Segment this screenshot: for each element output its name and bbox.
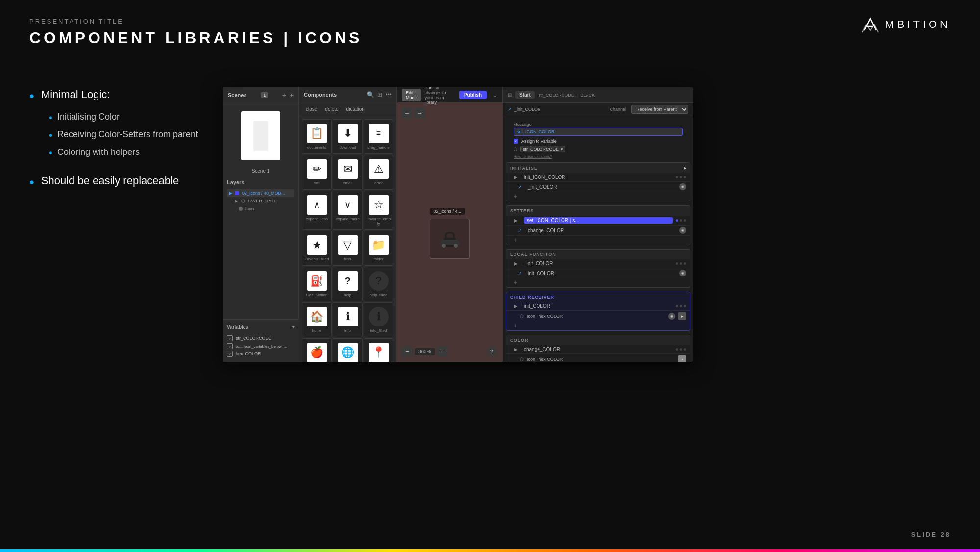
local-function-header[interactable]: LOCAL FUNCITON [506, 250, 690, 259]
tab-delete[interactable]: delete [322, 105, 341, 113]
dot-c3 [684, 305, 686, 307]
setters-header[interactable]: SETTERS [506, 206, 690, 216]
add-child[interactable]: + [506, 322, 690, 330]
tab-close[interactable]: close [303, 105, 320, 113]
icon-favorite-filled[interactable]: ★ Favorite_filled [302, 231, 332, 266]
color-header[interactable]: COLOR [506, 335, 690, 345]
icon-location[interactable]: 📍 location [364, 338, 393, 362]
layer-style-item[interactable]: ▶ ⬡ LAYER STYLE [227, 197, 294, 205]
icon-email[interactable]: ✉ email [333, 155, 363, 190]
logic-panel: ⊞ Start str_COLORCODE != BLACK ↗ _init_C… [502, 87, 693, 362]
more-options-btn[interactable]: ⌄ [492, 92, 497, 99]
dot-3 [684, 176, 686, 178]
bullet-dot: • [29, 89, 34, 103]
icon-gas-station[interactable]: ⛽ Gas_Station [302, 267, 332, 301]
receive-parent-select[interactable]: Receive from Parent [631, 105, 688, 114]
icon-gas-label: Gas_Station [306, 293, 327, 297]
icon-filter[interactable]: ▽ filter [333, 231, 363, 266]
section-child-receiver: CHILD RECEIVER ▶ init_COLOR ⬡ Icon | hex… [506, 292, 690, 331]
var-item-1: v str_COLORCODE [227, 334, 295, 342]
nav-forward-button[interactable]: → [415, 108, 425, 119]
message-input[interactable]: set_ICON_COLOR [514, 128, 683, 136]
layer-item-path[interactable]: ▶ 02_Icons / 40_MOBILE_ICONS/... [227, 189, 294, 197]
icon-info-filled-symbol: ℹ [369, 307, 389, 326]
icon-info-filled[interactable]: ℹ info_filled [364, 302, 393, 337]
dot-co1 [676, 348, 678, 351]
icon-documents-symbol: 📋 [307, 124, 327, 143]
icon-hex-icon-2: ⬡ [520, 357, 524, 362]
icon-info[interactable]: ℹ info [333, 302, 363, 337]
zoom-out-button[interactable]: − [402, 346, 413, 357]
icon-error[interactable]: ⚠ error [364, 155, 393, 190]
change-color-row: ↗ change_COLOR ◉ [506, 226, 690, 236]
icon-grid: 📋 documents ⬇ download ≡ drag_handle ✏ e… [299, 116, 396, 362]
add-local[interactable]: + [506, 278, 690, 287]
grid-view-icon[interactable]: ⊞ [377, 91, 382, 98]
zoom-in-button[interactable]: + [437, 346, 448, 357]
add-initialise[interactable]: + [506, 192, 690, 201]
more-options-icon[interactable]: ••• [385, 91, 392, 98]
initialise-header[interactable]: INITIALISE ▸ [506, 163, 690, 173]
gray-btn-2[interactable]: ▪ [678, 355, 686, 362]
icon-help-filled[interactable]: ? help_filled [364, 267, 393, 301]
var-name-2: o.....local_variables_below..... [236, 344, 287, 349]
icon-apple[interactable]: 🍎 apple [302, 338, 332, 362]
add-scene-icon[interactable]: + [282, 91, 286, 99]
icon-download[interactable]: ⬇ download [333, 119, 363, 154]
nav-back-button[interactable]: ← [402, 108, 413, 119]
init-color-sub-label: init_COLOR [528, 271, 676, 276]
add-setters[interactable]: + [506, 236, 690, 245]
icon-hex-label-2: Icon | hex COLOR [527, 357, 563, 362]
logic-header: ⊞ Start str_COLORCODE != BLACK [503, 87, 693, 103]
local-sub-icon: ↗ [518, 271, 525, 276]
section-color: COLOR ▶ change_COLOR ⬡ Icon | hex COLOR … [506, 335, 690, 362]
assign-label: Assign to Variable [521, 139, 557, 144]
icon-documents[interactable]: 📋 documents [302, 119, 332, 154]
layer-icon-item[interactable]: Icon [227, 205, 294, 213]
logo: MBITION [860, 15, 951, 34]
layer-icon-dot [239, 207, 243, 211]
tab-dictation[interactable]: dictation [343, 105, 368, 113]
expand-icon: ▸ [684, 165, 686, 171]
assign-checkbox[interactable]: ✓ [514, 139, 518, 144]
icon-expand-more[interactable]: ∨ expand_more [333, 191, 363, 230]
publish-button[interactable]: Publish [459, 91, 487, 99]
change-icon: ↗ [518, 228, 525, 233]
channel-label: Channel [610, 107, 626, 112]
icon-download-symbol: ⬇ [338, 124, 358, 143]
var-icon-2: v [227, 343, 233, 349]
edit-mode-button[interactable]: Edit Mode [402, 89, 421, 101]
icon-home[interactable]: 🏠 home [302, 302, 332, 337]
icon-drag-handle[interactable]: ≡ drag_handle [364, 119, 393, 154]
init-color-label: _init_COLOR [514, 107, 541, 112]
icon-globe[interactable]: 🌐 globe [333, 338, 363, 362]
components-header: Components 🔍 ⊞ ••• [299, 87, 396, 102]
dot-l3 [684, 262, 686, 265]
icon-folder[interactable]: 📁 folder [364, 231, 393, 266]
icon-drag-symbol: ≡ [369, 124, 389, 143]
child-receiver-header[interactable]: CHILD RECEIVER [506, 292, 690, 302]
gray-btn-1[interactable]: ▸ [678, 312, 686, 320]
scene-thumbnail [241, 111, 280, 160]
icon-help[interactable]: ? help [333, 267, 363, 301]
help-button[interactable]: ? [487, 346, 497, 357]
grid-icon[interactable]: ⊞ [289, 92, 294, 99]
set-icon-color-label[interactable]: set_ICON_COLOR | s... [524, 217, 673, 224]
icon-info-filled-label: info_filled [370, 328, 387, 333]
message-section: Message set_ICON_COLOR ✓ Assign to Varia… [506, 119, 690, 162]
how-to-link[interactable]: How to use variables? [510, 153, 686, 160]
search-icon[interactable]: 🔍 [367, 91, 374, 98]
canvas-frame-label: 02_Icons / 4... [430, 208, 466, 215]
icon-edit[interactable]: ✏ edit [302, 155, 332, 190]
change-color-label: change_COLOR [528, 228, 676, 233]
scene-1-container[interactable]: Scene 1 [223, 103, 298, 174]
init-icon-color-label: init_ICON_COLOR [524, 175, 673, 180]
icon-expand-less[interactable]: ∧ expand_less [302, 191, 332, 230]
add-variable-icon[interactable]: + [292, 324, 295, 330]
dot-l2 [680, 262, 682, 265]
row-dots-1 [676, 176, 686, 178]
canvas-frame[interactable] [430, 219, 470, 259]
scenes-title: Scenes [228, 92, 247, 98]
variable-dropdown[interactable]: str_COLORCODE ▾ [520, 146, 565, 152]
icon-favorite-empty[interactable]: ☆ Favorite_empty [364, 191, 393, 230]
